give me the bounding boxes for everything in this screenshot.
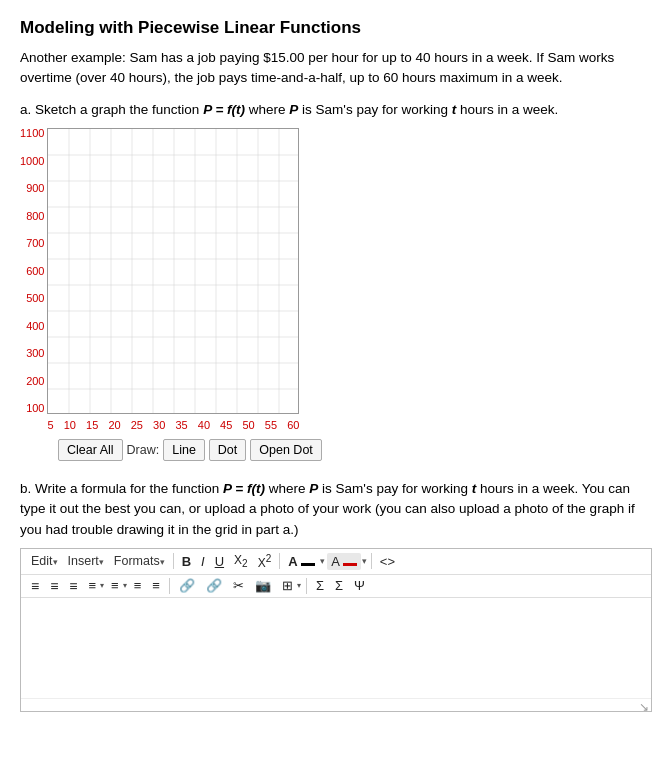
unordered-list-button[interactable]: ≡ [85,577,101,594]
editor-toolbar-row2: ≡ ≡ ≡ ≡ ▾ ≡ ▾ ≡ ≡ 🔗 🔗 ✂ 📷 ⊞ ▾ Σ Σ Ψ [21,575,651,598]
image-remove-button[interactable]: ✂ [229,577,248,594]
divider-row2-1 [169,578,170,594]
divider-row2-2 [306,578,307,594]
dot-button[interactable]: Dot [209,439,246,461]
rich-text-editor: Edit▾ Insert▾ Formats▾ B I U X2 X2 A ▾ A… [20,548,652,712]
sum-button[interactable]: Σ [312,577,328,594]
svg-rect-0 [48,129,299,414]
indent-more-button[interactable]: ≡ [148,577,164,594]
font-color-swatch [301,563,315,566]
underline-button[interactable]: U [211,553,228,570]
editor-resize-handle[interactable]: ↘ [21,698,651,711]
image-button[interactable]: 📷 [251,577,275,594]
divider-2 [279,553,280,569]
resize-icon: ↘ [639,700,649,710]
align-right-button[interactable]: ≡ [65,577,81,595]
special-char-button[interactable]: Ψ [350,577,369,594]
align-left-button[interactable]: ≡ [27,577,43,595]
draw-label: Draw: [127,443,160,457]
menu-insert[interactable]: Insert▾ [64,553,108,569]
graph-toolbar: Clear All Draw: Line Dot Open Dot [58,439,652,461]
x-axis-labels: 5 10 15 20 25 30 35 40 45 50 55 60 [47,419,299,431]
source-button[interactable]: <> [376,553,399,570]
menu-edit[interactable]: Edit▾ [27,553,62,569]
bold-button[interactable]: B [178,553,195,570]
line-button[interactable]: Line [163,439,205,461]
bg-color-button[interactable]: A [327,553,361,570]
link-button[interactable]: 🔗 [175,577,199,594]
font-color-button[interactable]: A [284,553,319,570]
divider-3 [371,553,372,569]
editor-menubar: Edit▾ Insert▾ Formats▾ B I U X2 X2 A ▾ A… [21,549,651,575]
graph-grid[interactable] [47,128,299,414]
part-a-label: a. Sketch a graph the function P = f(t) … [20,99,652,121]
font-color-wrap[interactable]: A ▾ [284,553,325,570]
superscript-button[interactable]: X2 [254,552,276,571]
sigma-button[interactable]: Σ [331,577,347,594]
subscript-button[interactable]: X2 [230,552,252,570]
ordered-list-button[interactable]: ≡ [107,577,123,594]
divider-1 [173,553,174,569]
y-axis-labels: 1100 1000 900 800 700 600 500 400 300 20… [20,128,47,414]
align-center-button[interactable]: ≡ [46,577,62,595]
open-dot-button[interactable]: Open Dot [250,439,322,461]
description-text: Another example: Sam has a job paying $1… [20,48,652,89]
menu-formats[interactable]: Formats▾ [110,553,169,569]
bg-color-wrap[interactable]: A ▾ [327,553,367,570]
part-b-description: b. Write a formula for the function P = … [20,479,652,540]
page-title: Modeling with Piecewise Linear Functions [20,18,652,38]
italic-button[interactable]: I [197,553,209,570]
editor-body[interactable] [21,598,651,698]
clear-all-button[interactable]: Clear All [58,439,123,461]
bg-color-swatch [343,563,357,566]
graph-container: 1100 1000 900 800 700 600 500 400 300 20… [20,128,652,431]
table-button[interactable]: ⊞ [278,577,297,594]
unlink-button[interactable]: 🔗 [202,577,226,594]
indent-less-button[interactable]: ≡ [130,577,146,594]
